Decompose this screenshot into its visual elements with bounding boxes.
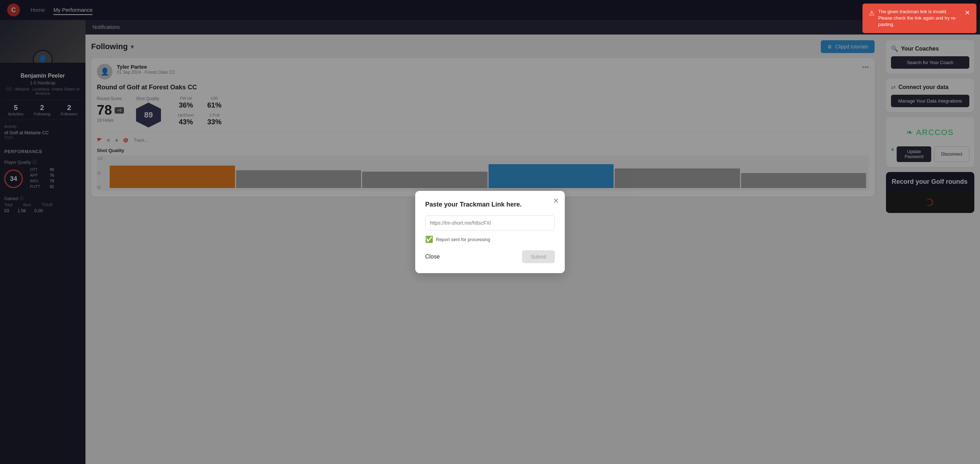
- modal-close-x-button[interactable]: ✕: [553, 197, 559, 205]
- modal-success-message: ✅ Report sent for processing: [425, 235, 555, 243]
- success-text: Report sent for processing: [436, 237, 490, 242]
- error-toast-message: The given trackman link is invalid. Plea…: [878, 8, 958, 28]
- trackman-link-input[interactable]: [425, 215, 555, 230]
- success-check-icon: ✅: [425, 235, 433, 243]
- modal-overlay: Paste your Trackman Link here. ✕ ✅ Repor…: [0, 0, 980, 464]
- error-toast: ⚠ The given trackman link is invalid. Pl…: [862, 3, 977, 33]
- modal-submit-button[interactable]: Submit: [522, 250, 555, 263]
- warning-icon: ⚠: [869, 9, 875, 18]
- modal-title: Paste your Trackman Link here.: [425, 201, 555, 208]
- modal-actions: Close Submit: [425, 250, 555, 263]
- modal-close-button[interactable]: Close: [425, 254, 440, 260]
- toast-close-button[interactable]: ✕: [962, 8, 970, 17]
- trackman-modal: Paste your Trackman Link here. ✕ ✅ Repor…: [415, 191, 565, 273]
